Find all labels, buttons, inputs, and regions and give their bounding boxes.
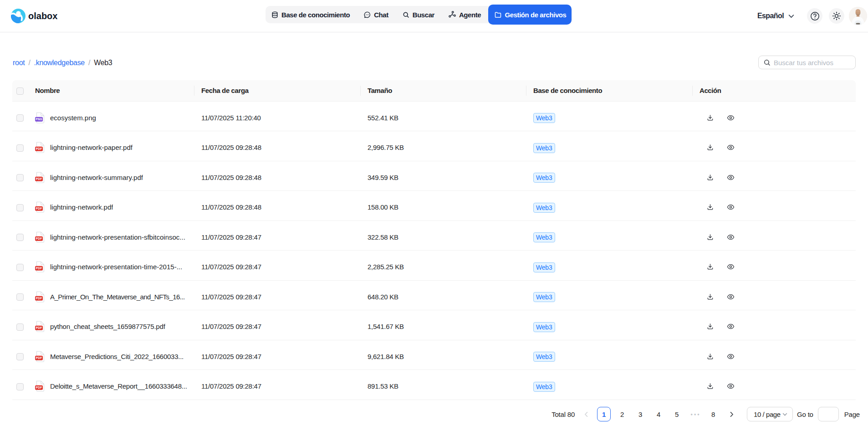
- svg-text:PDF: PDF: [36, 356, 42, 359]
- svg-text:PDF: PDF: [36, 326, 42, 329]
- svg-text:PDF: PDF: [36, 207, 42, 210]
- svg-text:PDF: PDF: [36, 267, 42, 270]
- svg-text:PDF: PDF: [36, 386, 42, 389]
- svg-text:PDF: PDF: [36, 177, 42, 180]
- svg-text:PDF: PDF: [36, 147, 42, 150]
- svg-text:PDF: PDF: [36, 297, 42, 300]
- svg-text:PDF: PDF: [36, 237, 42, 240]
- svg-text:PNG: PNG: [36, 118, 42, 121]
